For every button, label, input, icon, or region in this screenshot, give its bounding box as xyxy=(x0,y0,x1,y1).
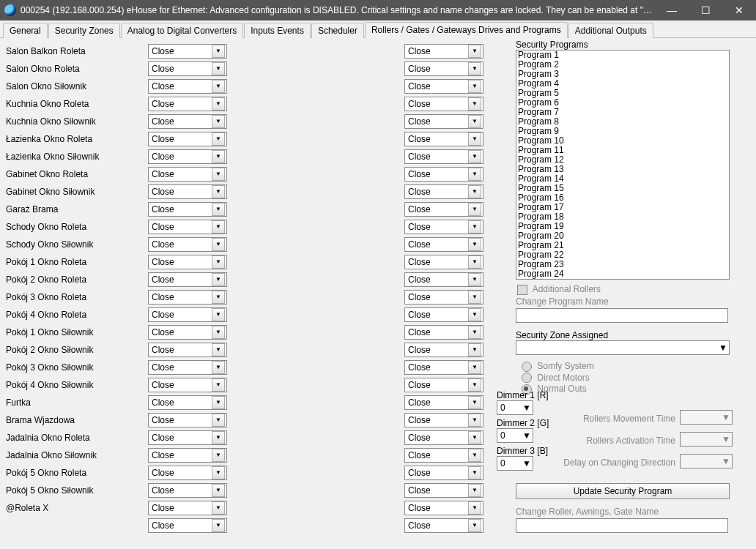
update-security-program-button[interactable]: Update Security Program xyxy=(516,483,730,499)
roller-action-combo[interactable]: Close▼ xyxy=(404,290,483,305)
program-list-item[interactable]: Program 24 xyxy=(518,269,729,279)
direct-motors-label: Direct Motors xyxy=(537,373,589,383)
chevron-down-icon: ▼ xyxy=(468,308,481,321)
roller-action-combo[interactable]: Close▼ xyxy=(404,132,483,146)
roller-action-combo[interactable]: Close▼ xyxy=(148,518,227,533)
chevron-down-icon: ▼ xyxy=(212,132,225,146)
chevron-down-icon: ▼ xyxy=(212,203,225,216)
window-title: 000254 (192.168.000.254) eHouse for Ethe… xyxy=(21,5,655,15)
roller-action-combo[interactable]: Close▼ xyxy=(148,202,227,217)
roller-action-combo[interactable]: Close▼ xyxy=(404,184,483,199)
chevron-down-icon: ▼ xyxy=(212,150,225,163)
tab-inputs-events[interactable]: Inputs Events xyxy=(244,23,311,38)
roller-action-combo[interactable]: Close▼ xyxy=(148,237,227,252)
roller-action-combo[interactable]: Close▼ xyxy=(148,272,227,287)
roller-action-combo[interactable]: Close▼ xyxy=(148,167,227,182)
roller-action-combo[interactable]: Close▼ xyxy=(148,114,227,129)
tab-rollers[interactable]: Rollers / Gates / Gateways Drives and Pr… xyxy=(365,22,568,38)
maximize-button[interactable]: ☐ xyxy=(689,0,722,20)
roller-label: Pokój 4 Okno Siłownik xyxy=(6,376,145,394)
chevron-down-icon: ▼ xyxy=(468,132,481,146)
roller-action-combo[interactable]: Close▼ xyxy=(148,501,227,515)
roller-action-combo[interactable]: Close▼ xyxy=(148,149,227,164)
close-button[interactable]: ✕ xyxy=(722,0,756,20)
roller-action-combo[interactable]: Close▼ xyxy=(404,220,483,234)
roller-action-combo[interactable]: Close▼ xyxy=(148,360,227,375)
chevron-down-icon: ▼ xyxy=(212,449,225,462)
roller-action-combo[interactable]: Close▼ xyxy=(148,343,227,357)
roller-action-combo[interactable]: Close▼ xyxy=(404,501,483,515)
roller-action-combo[interactable]: Close▼ xyxy=(148,220,227,234)
roller-action-combo[interactable]: Close▼ xyxy=(404,97,483,111)
roller-action-combo[interactable]: Close▼ xyxy=(404,395,483,410)
roller-action-combo[interactable]: Close▼ xyxy=(148,325,227,340)
roller-action-combo[interactable]: Close▼ xyxy=(404,114,483,129)
roller-action-combo[interactable]: Close▼ xyxy=(148,307,227,322)
roller-action-combo[interactable]: Close▼ xyxy=(404,272,483,287)
roller-action-combo[interactable]: Close▼ xyxy=(404,325,483,340)
roller-action-combo[interactable]: Close▼ xyxy=(148,61,227,76)
roller-action-combo[interactable]: Close▼ xyxy=(148,466,227,480)
roller-action-combo[interactable]: Close▼ xyxy=(404,430,483,445)
dimmer1-combo[interactable]: 0▼ xyxy=(497,400,533,415)
roller-label: Pokój 1 Okno Roleta xyxy=(6,253,145,271)
roller-action-combo[interactable]: Close▼ xyxy=(148,132,227,146)
roller-action-combo[interactable]: Close▼ xyxy=(148,290,227,305)
roller-label: Gabinet Okno Siłownik xyxy=(6,183,145,201)
roller-action-combo[interactable]: Close▼ xyxy=(148,395,227,410)
rollers-activation-time-label: Rollers Activation Time xyxy=(587,436,675,446)
chevron-down-icon: ▼ xyxy=(722,456,730,466)
roller-action-combo[interactable]: Close▼ xyxy=(404,343,483,357)
roller-action-combo[interactable]: Close▼ xyxy=(148,184,227,199)
roller-action-combo[interactable]: Close▼ xyxy=(404,518,483,533)
roller-label: Pokój 3 Okno Roleta xyxy=(6,288,145,306)
roller-action-combo[interactable]: Close▼ xyxy=(404,237,483,252)
security-programs-listbox[interactable]: Program 1Program 2Program 3Program 4Prog… xyxy=(516,50,730,280)
roller-action-combo[interactable]: Close▼ xyxy=(404,61,483,76)
roller-action-combo[interactable]: Close▼ xyxy=(404,79,483,94)
tab-security-zones[interactable]: Security Zones xyxy=(48,23,120,38)
chevron-down-icon: ▼ xyxy=(468,238,481,251)
minimize-button[interactable]: — xyxy=(655,0,689,20)
roller-action-combo[interactable]: Close▼ xyxy=(404,378,483,392)
roller-label: Pokój 2 Okno Roleta xyxy=(6,271,145,288)
roller-action-combo[interactable]: Close▼ xyxy=(148,79,227,94)
roller-action-combo[interactable]: Close▼ xyxy=(404,44,483,59)
delay-changing-combo: ▼ xyxy=(680,454,733,468)
roller-action-combo[interactable]: Close▼ xyxy=(148,255,227,269)
roller-action-combo[interactable]: Close▼ xyxy=(404,413,483,427)
chevron-down-icon: ▼ xyxy=(468,220,481,234)
roller-action-combo[interactable]: Close▼ xyxy=(404,149,483,164)
chevron-down-icon: ▼ xyxy=(212,308,225,321)
tab-additional-outputs[interactable]: Additional Outputs xyxy=(568,23,653,38)
tab-scheduler[interactable]: Scheduler xyxy=(311,23,364,38)
security-zone-combo[interactable]: ▼ xyxy=(516,340,730,355)
roller-action-combo[interactable]: Close▼ xyxy=(148,483,227,498)
roller-action-combo[interactable]: Close▼ xyxy=(148,413,227,427)
roller-action-combo[interactable]: Close▼ xyxy=(404,307,483,322)
roller-action-combo[interactable]: Close▼ xyxy=(404,448,483,463)
roller-action-combo[interactable]: Close▼ xyxy=(148,44,227,59)
roller-action-combo[interactable]: Close▼ xyxy=(148,378,227,392)
security-zone-assigned-label: Security Zone Assigned xyxy=(516,330,733,340)
roller-action-combo[interactable]: Close▼ xyxy=(404,466,483,480)
roller-action-combo[interactable]: Close▼ xyxy=(148,97,227,111)
roller-action-combo[interactable]: Close▼ xyxy=(404,202,483,217)
roller-action-combo[interactable]: Close▼ xyxy=(148,430,227,445)
dimmer2-combo[interactable]: 0▼ xyxy=(497,428,533,443)
tab-general[interactable]: General xyxy=(3,23,48,38)
chevron-down-icon: ▼ xyxy=(212,291,225,304)
roller-label: Gabinet Okno Roleta xyxy=(6,165,145,183)
roller-action-combo[interactable]: Close▼ xyxy=(404,360,483,375)
change-roller-name-input[interactable] xyxy=(516,518,728,533)
roller-action-combo[interactable]: Close▼ xyxy=(148,448,227,463)
chevron-down-icon: ▼ xyxy=(522,403,531,413)
roller-action-combo[interactable]: Close▼ xyxy=(404,255,483,269)
change-program-name-input[interactable] xyxy=(516,308,728,323)
roller-action-combo[interactable]: Close▼ xyxy=(404,167,483,182)
change-roller-name-label: Change Roller, Awnings, Gate Name xyxy=(516,507,659,517)
dimmer3-combo[interactable]: 0▼ xyxy=(497,456,533,471)
chevron-down-icon: ▼ xyxy=(468,45,481,58)
roller-action-combo[interactable]: Close▼ xyxy=(404,483,483,498)
tab-adc[interactable]: Analog to Digital Converters xyxy=(121,23,243,38)
